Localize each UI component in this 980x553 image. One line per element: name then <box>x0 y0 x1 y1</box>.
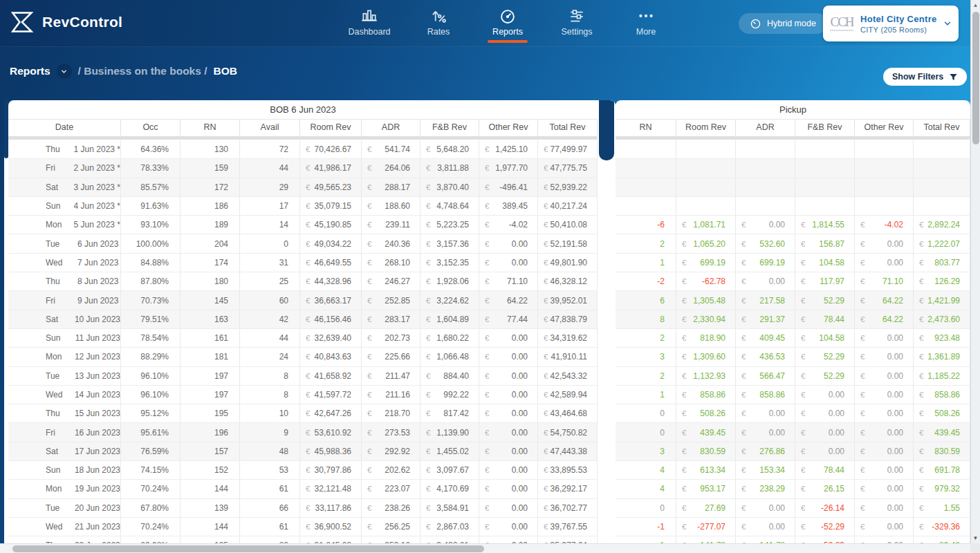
table-row: -6€1,081.71€0.00€1,814.55€-4.02€2,892.24 <box>616 216 970 234</box>
fb-rev-cell: €4,748.64 <box>420 197 479 215</box>
hybrid-mode-toggle[interactable]: Hybrid mode <box>739 13 827 34</box>
euro-sign: € <box>544 259 548 267</box>
rn-cell: 180 <box>181 272 240 290</box>
table-row: 2€818.90€409.45€104.58€0.00€923.48 <box>616 329 970 348</box>
page-horizontal-scrollbar[interactable]: ▶ <box>0 543 980 553</box>
rn-cell: 157 <box>181 442 240 460</box>
euro-sign: € <box>426 221 430 229</box>
scroll-up-arrow-icon[interactable]: ▲ <box>971 2 980 8</box>
fb-rev-cell: €1,066.48 <box>420 348 479 366</box>
rn-cell: 181 <box>181 348 240 366</box>
pickup-room-rev-cell <box>676 178 736 196</box>
euro-sign: € <box>367 164 371 172</box>
room-rev-cell: €49,565.23 <box>300 178 362 196</box>
table-row: Wed7 Jun 202384.88%17431€46,649.55€268.1… <box>8 254 598 272</box>
pickup-fb-rev-cell <box>795 178 855 196</box>
breadcrumb-reports[interactable]: Reports <box>10 65 50 77</box>
euro-sign: € <box>741 485 746 493</box>
bob-table-title: BOB 6 Jun 2023 <box>8 100 598 120</box>
page-vertical-scrollbar[interactable]: ▲ ▼ <box>970 0 980 543</box>
pickup-fb-rev-cell: €52.29 <box>795 291 855 309</box>
euro-sign: € <box>306 164 310 172</box>
pickup-other-rev-cell: €0.00 <box>855 367 914 385</box>
nav-item-label: Settings <box>561 27 592 37</box>
pickup-room-rev-cell: €953.17 <box>676 480 736 498</box>
rn-cell: 144 <box>181 480 240 498</box>
date-cell: Fri2 Jun 2023 * <box>8 159 121 177</box>
avail-cell: 14 <box>240 216 300 234</box>
euro-sign: € <box>919 409 923 418</box>
nav-item-more[interactable]: More <box>625 7 667 43</box>
euro-sign: € <box>426 391 430 399</box>
column-header: Occ <box>121 120 181 135</box>
avail-cell: 72 <box>240 140 300 158</box>
pickup-total-rev-cell <box>914 159 970 177</box>
show-filters-button[interactable]: Show Filters <box>883 68 967 86</box>
rn-cell: 174 <box>181 254 240 272</box>
euro-sign: € <box>306 523 310 531</box>
other-rev-cell: €0.00 <box>479 254 538 272</box>
fb-rev-cell: €3,584.91 <box>420 499 479 517</box>
occ-cell: 74.15% <box>121 461 181 479</box>
euro-sign: € <box>801 334 805 342</box>
nav-item-rates[interactable]: Rates <box>417 7 460 43</box>
pickup-total-rev-cell: €439.45 <box>914 423 970 441</box>
other-rev-cell: €77.44 <box>479 310 538 328</box>
nav-item-dashboard[interactable]: Dashboard <box>348 7 391 43</box>
fb-rev-cell: €2,867.03 <box>420 518 479 536</box>
pickup-total-rev-cell: €126.29 <box>914 272 970 290</box>
date-cell: Thu8 Jun 2023 <box>8 272 121 290</box>
total-rev-cell: €40,217.24 <box>538 197 598 215</box>
pickup-total-rev-cell: €830.59 <box>914 442 970 460</box>
pickup-fb-rev-cell: €156.87 <box>795 234 855 252</box>
euro-sign: € <box>919 240 923 248</box>
active-tab-underline <box>488 40 528 43</box>
avail-cell: 60 <box>240 291 300 309</box>
euro-sign: € <box>485 183 489 191</box>
euro-sign: € <box>741 315 746 324</box>
pickup-table-card: Pickup RNRoom RevADRF&B RevOther RevTota… <box>616 100 970 543</box>
room-rev-cell: €40,843.63 <box>300 348 362 366</box>
nav-item-reports[interactable]: Reports <box>486 7 529 43</box>
table-row: Mon19 Jun 202370.24%14461€32,121.48€223.… <box>8 480 598 498</box>
table-row: 0€508.26€0.00€0.00€0.00€508.26 <box>616 404 970 423</box>
fb-rev-cell: €1,680.22 <box>420 329 479 347</box>
room-rev-cell: €30,797.86 <box>300 461 362 479</box>
pickup-other-rev-cell <box>855 159 914 177</box>
euro-sign: € <box>367 240 371 248</box>
rn-cell: 125 <box>181 536 240 543</box>
avail-cell: 0 <box>240 234 300 252</box>
pickup-room-rev-cell <box>676 159 736 177</box>
other-rev-cell: €0.00 <box>479 442 538 460</box>
pickup-adr-cell: €291.37 <box>736 310 795 328</box>
euro-sign: € <box>741 297 746 305</box>
pickup-adr-cell: €276.86 <box>736 442 795 460</box>
scroll-down-arrow-icon[interactable]: ▼ <box>971 535 980 541</box>
euro-sign: € <box>367 504 371 512</box>
app-logo[interactable]: RevControl <box>10 10 122 34</box>
euro-sign: € <box>682 315 686 324</box>
euro-sign: € <box>682 372 686 380</box>
nav-item-settings[interactable]: Settings <box>555 7 598 43</box>
breadcrumb-dropdown-button[interactable] <box>57 64 72 79</box>
euro-sign: € <box>544 183 548 191</box>
euro-sign: € <box>367 353 371 361</box>
pickup-rn-cell: 4 <box>616 480 676 498</box>
pickup-fb-rev-cell: €-52.29 <box>795 536 855 543</box>
page-vertical-scrollbar-thumb[interactable] <box>972 12 979 144</box>
bob-vertical-scrollbar-thumb[interactable] <box>599 100 614 160</box>
total-rev-cell: €36,702.77 <box>538 499 598 517</box>
euro-sign: € <box>306 353 310 361</box>
column-header: Other Rev <box>855 120 914 135</box>
total-rev-cell: €42,589.94 <box>538 386 598 404</box>
euro-sign: € <box>367 447 371 456</box>
hotel-selector[interactable]: CCH Hotel City Centre CITY (205 Rooms) <box>823 6 959 41</box>
page-horizontal-scrollbar-thumb[interactable] <box>12 545 484 552</box>
pickup-adr-cell: €532.60 <box>736 234 795 252</box>
other-rev-cell: €1,425.10 <box>479 140 538 158</box>
avail-cell: 42 <box>240 310 300 328</box>
column-header: F&B Rev <box>420 120 479 135</box>
pickup-other-rev-cell: €0.00 <box>855 442 914 460</box>
scrollbar-corner <box>970 543 980 553</box>
bob-vertical-scrollbar-track[interactable] <box>598 100 616 543</box>
